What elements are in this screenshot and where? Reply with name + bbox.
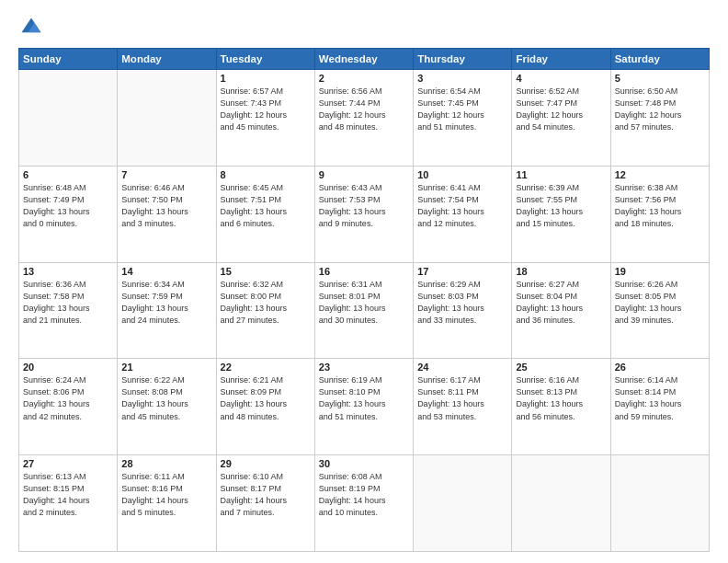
calendar-cell [414,455,512,552]
day-number: 13 [23,266,113,277]
calendar-cell: 29Sunrise: 6:10 AM Sunset: 8:17 PM Dayli… [216,455,314,552]
calendar-cell: 28Sunrise: 6:11 AM Sunset: 8:16 PM Dayli… [118,455,216,552]
calendar-cell: 9Sunrise: 6:43 AM Sunset: 7:53 PM Daylig… [314,166,413,262]
calendar-cell: 19Sunrise: 6:26 AM Sunset: 8:05 PM Dayli… [610,262,709,359]
day-info: Sunrise: 6:56 AM Sunset: 7:44 PM Dayligh… [319,86,409,133]
day-number: 19 [615,266,705,277]
calendar-cell: 23Sunrise: 6:19 AM Sunset: 8:10 PM Dayli… [314,359,413,455]
calendar-cell [118,70,216,167]
day-number: 30 [319,458,409,469]
day-info: Sunrise: 6:13 AM Sunset: 8:15 PM Dayligh… [23,471,113,519]
day-number: 17 [417,266,507,277]
day-number: 10 [417,169,507,180]
day-info: Sunrise: 6:38 AM Sunset: 7:56 PM Dayligh… [615,182,705,230]
weekday-header-tuesday: Tuesday [216,49,314,70]
day-number: 2 [319,73,409,84]
calendar-cell: 5Sunrise: 6:50 AM Sunset: 7:48 PM Daylig… [610,70,709,167]
day-info: Sunrise: 6:57 AM Sunset: 7:43 PM Dayligh… [221,86,311,133]
calendar-cell [512,455,610,552]
calendar-cell: 2Sunrise: 6:56 AM Sunset: 7:44 PM Daylig… [314,70,413,167]
day-number: 22 [221,362,311,373]
logo-icon [18,15,44,40]
calendar-cell [19,70,118,167]
day-info: Sunrise: 6:21 AM Sunset: 8:09 PM Dayligh… [221,374,311,422]
calendar-cell: 18Sunrise: 6:27 AM Sunset: 8:04 PM Dayli… [512,262,610,359]
day-number: 8 [221,169,311,180]
day-number: 7 [121,169,211,180]
day-number: 26 [615,362,705,373]
calendar-cell: 7Sunrise: 6:46 AM Sunset: 7:50 PM Daylig… [118,166,216,262]
day-info: Sunrise: 6:48 AM Sunset: 7:49 PM Dayligh… [23,182,113,230]
calendar-cell: 15Sunrise: 6:32 AM Sunset: 8:00 PM Dayli… [216,262,314,359]
day-info: Sunrise: 6:14 AM Sunset: 8:14 PM Dayligh… [615,374,705,422]
calendar-cell: 1Sunrise: 6:57 AM Sunset: 7:43 PM Daylig… [216,70,314,167]
day-info: Sunrise: 6:32 AM Sunset: 8:00 PM Dayligh… [221,279,311,327]
calendar-cell [610,455,709,552]
day-info: Sunrise: 6:43 AM Sunset: 7:53 PM Dayligh… [319,182,409,230]
day-number: 5 [615,73,705,84]
weekday-header-thursday: Thursday [414,49,512,70]
day-info: Sunrise: 6:45 AM Sunset: 7:51 PM Dayligh… [221,182,311,230]
day-info: Sunrise: 6:41 AM Sunset: 7:54 PM Dayligh… [417,182,507,230]
day-info: Sunrise: 6:54 AM Sunset: 7:45 PM Dayligh… [417,86,507,133]
day-number: 11 [516,169,606,180]
day-info: Sunrise: 6:16 AM Sunset: 8:13 PM Dayligh… [516,374,606,422]
day-number: 23 [319,362,409,373]
day-info: Sunrise: 6:08 AM Sunset: 8:19 PM Dayligh… [319,471,409,519]
weekday-header-wednesday: Wednesday [314,49,413,70]
weekday-header-row: SundayMondayTuesdayWednesdayThursdayFrid… [19,49,710,70]
day-number: 28 [121,458,211,469]
day-info: Sunrise: 6:29 AM Sunset: 8:03 PM Dayligh… [417,279,507,327]
day-number: 15 [221,266,311,277]
day-info: Sunrise: 6:46 AM Sunset: 7:50 PM Dayligh… [121,182,211,230]
day-info: Sunrise: 6:10 AM Sunset: 8:17 PM Dayligh… [221,471,311,519]
day-number: 27 [23,458,113,469]
week-row-3: 13Sunrise: 6:36 AM Sunset: 7:58 PM Dayli… [19,262,710,359]
week-row-1: 1Sunrise: 6:57 AM Sunset: 7:43 PM Daylig… [19,70,710,167]
calendar-cell: 30Sunrise: 6:08 AM Sunset: 8:19 PM Dayli… [314,455,413,552]
calendar-cell: 22Sunrise: 6:21 AM Sunset: 8:09 PM Dayli… [216,359,314,455]
day-number: 4 [516,73,606,84]
calendar-cell: 20Sunrise: 6:24 AM Sunset: 8:06 PM Dayli… [19,359,118,455]
day-info: Sunrise: 6:22 AM Sunset: 8:08 PM Dayligh… [121,374,211,422]
calendar-cell: 17Sunrise: 6:29 AM Sunset: 8:03 PM Dayli… [414,262,512,359]
day-number: 12 [615,169,705,180]
week-row-2: 6Sunrise: 6:48 AM Sunset: 7:49 PM Daylig… [19,166,710,262]
calendar-cell: 12Sunrise: 6:38 AM Sunset: 7:56 PM Dayli… [610,166,709,262]
calendar-cell: 25Sunrise: 6:16 AM Sunset: 8:13 PM Dayli… [512,359,610,455]
day-number: 16 [319,266,409,277]
weekday-header-saturday: Saturday [610,49,709,70]
day-info: Sunrise: 6:27 AM Sunset: 8:04 PM Dayligh… [516,279,606,327]
day-info: Sunrise: 6:36 AM Sunset: 7:58 PM Dayligh… [23,279,113,327]
calendar-cell: 14Sunrise: 6:34 AM Sunset: 7:59 PM Dayli… [118,262,216,359]
day-number: 1 [221,73,311,84]
day-number: 24 [417,362,507,373]
day-info: Sunrise: 6:24 AM Sunset: 8:06 PM Dayligh… [23,374,113,422]
calendar-cell: 6Sunrise: 6:48 AM Sunset: 7:49 PM Daylig… [19,166,118,262]
day-info: Sunrise: 6:39 AM Sunset: 7:55 PM Dayligh… [516,182,606,230]
weekday-header-monday: Monday [118,49,216,70]
week-row-4: 20Sunrise: 6:24 AM Sunset: 8:06 PM Dayli… [19,359,710,455]
weekday-header-sunday: Sunday [19,49,118,70]
day-info: Sunrise: 6:52 AM Sunset: 7:47 PM Dayligh… [516,86,606,133]
day-number: 14 [121,266,211,277]
calendar-cell: 8Sunrise: 6:45 AM Sunset: 7:51 PM Daylig… [216,166,314,262]
day-number: 3 [417,73,507,84]
calendar-cell: 27Sunrise: 6:13 AM Sunset: 8:15 PM Dayli… [19,455,118,552]
page: SundayMondayTuesdayWednesdayThursdayFrid… [0,0,728,563]
day-number: 18 [516,266,606,277]
calendar-cell: 4Sunrise: 6:52 AM Sunset: 7:47 PM Daylig… [512,70,610,167]
day-info: Sunrise: 6:11 AM Sunset: 8:16 PM Dayligh… [121,471,211,519]
day-number: 9 [319,169,409,180]
day-number: 6 [23,169,113,180]
day-info: Sunrise: 6:17 AM Sunset: 8:11 PM Dayligh… [417,374,507,422]
calendar-cell: 13Sunrise: 6:36 AM Sunset: 7:58 PM Dayli… [19,262,118,359]
calendar-cell: 16Sunrise: 6:31 AM Sunset: 8:01 PM Dayli… [314,262,413,359]
day-number: 29 [221,458,311,469]
day-number: 21 [121,362,211,373]
logo [18,15,48,40]
day-info: Sunrise: 6:34 AM Sunset: 7:59 PM Dayligh… [121,279,211,327]
calendar-cell: 24Sunrise: 6:17 AM Sunset: 8:11 PM Dayli… [414,359,512,455]
calendar-cell: 10Sunrise: 6:41 AM Sunset: 7:54 PM Dayli… [414,166,512,262]
day-info: Sunrise: 6:26 AM Sunset: 8:05 PM Dayligh… [615,279,705,327]
